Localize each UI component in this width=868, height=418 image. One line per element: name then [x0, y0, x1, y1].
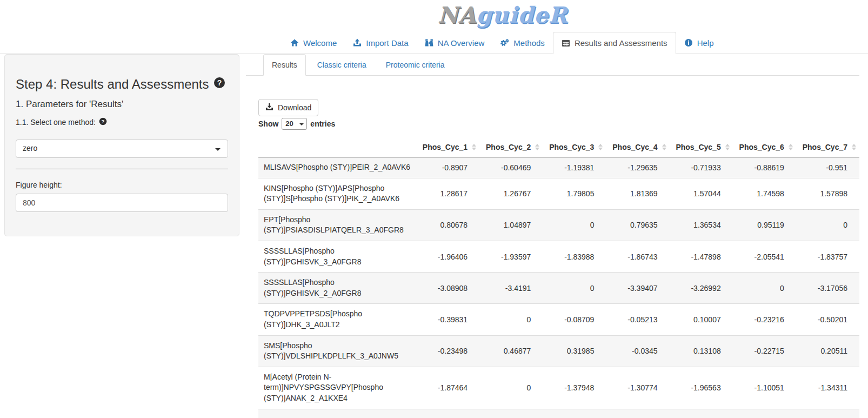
- value-cell: -0.71933: [670, 157, 733, 178]
- nav-label: Methods: [513, 38, 545, 48]
- main-area: Step 4: Results and Assessments ? 1. Par…: [0, 54, 868, 418]
- binoculars-icon: [425, 38, 433, 47]
- subtab-classic-criteria[interactable]: Classic criteria: [309, 54, 375, 75]
- method-label-text: 1.1. Select one method:: [16, 118, 96, 127]
- nav-item-welcome[interactable]: Welcome: [282, 32, 345, 54]
- value-cell: 0: [479, 367, 543, 409]
- content-panel: Results Classic criteria Proteomic crite…: [246, 54, 859, 418]
- nav-item-methods[interactable]: Methods: [492, 32, 553, 54]
- table-row: KINS[Phospho (STY)]APS[Phospho (STY)]S[P…: [258, 178, 859, 209]
- table-header-row: Phos_Cyc_1Phos_Cyc_2Phos_Cyc_3Phos_Cyc_4…: [258, 137, 859, 157]
- table-icon: [562, 39, 570, 48]
- question-circle-icon[interactable]: ?: [99, 117, 107, 127]
- divider: [16, 169, 228, 169]
- column-header-label: Phos_Cyc_7: [803, 143, 847, 151]
- download-icon: [265, 103, 273, 112]
- table-row: SMS[Phospho (STY)]VDLSHIPLKDPLLFK_3_A0JN…: [258, 335, 859, 367]
- value-cell: -1.19381: [543, 157, 606, 178]
- sort-icon: [852, 144, 856, 150]
- column-header-phos_cyc_6[interactable]: Phos_Cyc_6: [733, 137, 796, 157]
- column-header-label: Phos_Cyc_1: [423, 143, 468, 151]
- value-cell: 1.57898: [796, 178, 859, 209]
- row-name-cell: SSSSLLAS[Phospho (STY)]PGHISVK_2_A0FGR8: [258, 273, 416, 304]
- column-header-phos_cyc_1[interactable]: Phos_Cyc_1: [416, 137, 479, 157]
- value-cell: -1.93597: [479, 241, 543, 272]
- question-circle-icon[interactable]: ?: [213, 77, 225, 92]
- column-header-phos_cyc_2[interactable]: Phos_Cyc_2: [479, 137, 543, 157]
- nav-item-help[interactable]: Help: [676, 32, 722, 54]
- value-cell: 0.46877: [479, 335, 543, 367]
- value-cell: -1.30774: [606, 367, 669, 409]
- value-cell: -0.0345: [606, 335, 669, 367]
- value-cell: 0: [733, 273, 796, 304]
- value-cell: -1.10051: [733, 367, 796, 409]
- value-cell: 1.36534: [670, 209, 733, 241]
- app-logo: NAguideR: [438, 2, 567, 28]
- subtab-proteomic-criteria[interactable]: Proteomic criteria: [378, 54, 453, 75]
- table-row: M[Acetyl (Protein N-term)]NPVYSPGSSGVPY[…: [258, 367, 859, 409]
- upload-icon: [353, 38, 362, 47]
- value-cell: -3.17056: [796, 273, 859, 304]
- nav-item-na-overview[interactable]: NA Overview: [417, 32, 493, 54]
- value-cell: 0.13108: [670, 335, 733, 367]
- row-name-cell: SSSSLLAS[Phospho (STY)]PGHISVK_3_A0FGR8: [258, 241, 416, 272]
- column-header-phos_cyc_4[interactable]: Phos_Cyc_4: [606, 137, 669, 157]
- partial-next-row: [258, 409, 859, 418]
- nav-label: Welcome: [303, 38, 337, 48]
- results-tab-body: Download Show 20 entries Phos_Cyc_1Phos_…: [246, 76, 859, 418]
- show-label: Show: [258, 120, 278, 128]
- sort-icon: [789, 144, 793, 150]
- value-cell: 0: [479, 304, 543, 335]
- column-header-label: Phos_Cyc_3: [549, 143, 594, 151]
- subtab-results[interactable]: Results: [263, 54, 306, 76]
- column-header-phos_cyc_5[interactable]: Phos_Cyc_5: [670, 137, 733, 157]
- value-cell: -1.96406: [416, 241, 479, 272]
- value-cell: 0.31985: [543, 335, 606, 367]
- nav-item-results-and-assessments[interactable]: Results and Assessments: [553, 32, 676, 54]
- figure-height-input[interactable]: [16, 194, 228, 212]
- value-cell: -3.26992: [670, 273, 733, 304]
- value-cell: -1.86743: [606, 241, 669, 272]
- row-name-cell: KINS[Phospho (STY)]APS[Phospho (STY)]S[P…: [258, 178, 416, 209]
- column-header-phos_cyc_3[interactable]: Phos_Cyc_3: [543, 137, 606, 157]
- column-header-phos_cyc_7[interactable]: Phos_Cyc_7: [796, 137, 859, 157]
- value-cell: -1.83757: [796, 241, 859, 272]
- svg-text:?: ?: [217, 78, 222, 87]
- value-cell: -1.83988: [543, 241, 606, 272]
- value-cell: 0.10007: [670, 304, 733, 335]
- value-cell: -1.34311: [796, 367, 859, 409]
- value-cell: -1.29635: [606, 157, 669, 178]
- nav-label: Results and Assessments: [575, 38, 667, 48]
- subtab-label: Classic criteria: [317, 61, 366, 69]
- download-button[interactable]: Download: [258, 99, 318, 116]
- table-row: EPT[Phospho (STY)]PSIASDISLPIATQELR_3_A0…: [258, 209, 859, 241]
- entries-select[interactable]: 20: [282, 118, 307, 130]
- value-cell: -3.4191: [479, 273, 543, 304]
- value-cell: -3.08908: [416, 273, 479, 304]
- table-row: SSSSLLAS[Phospho (STY)]PGHISVK_3_A0FGR8-…: [258, 241, 859, 272]
- home-icon: [290, 38, 299, 47]
- parameters-title: 1. Parameters for 'Results': [16, 99, 228, 110]
- sidebar-panel: Step 4: Results and Assessments ? 1. Par…: [4, 54, 239, 236]
- entries-label: entries: [310, 120, 335, 128]
- nav-label: Import Data: [366, 38, 408, 48]
- subtab-label: Results: [272, 61, 297, 69]
- row-name-cell: EPT[Phospho (STY)]PSIASDISLPIATQELR_3_A0…: [258, 209, 416, 241]
- value-cell: 1.79805: [543, 178, 606, 209]
- svg-text:?: ?: [101, 118, 104, 124]
- row-name-column-header: [258, 137, 416, 157]
- column-header-label: Phos_Cyc_2: [486, 143, 531, 151]
- value-cell: -0.23498: [416, 335, 479, 367]
- nav-label: NA Overview: [438, 38, 485, 48]
- download-label: Download: [278, 103, 311, 112]
- method-label: 1.1. Select one method: ?: [16, 117, 228, 127]
- results-subtabs: Results Classic criteria Proteomic crite…: [246, 54, 859, 76]
- value-cell: 1.57044: [670, 178, 733, 209]
- sort-icon: [535, 144, 539, 150]
- value-cell: 0.95119: [733, 209, 796, 241]
- value-cell: 1.81369: [606, 178, 669, 209]
- value-cell: -0.39831: [416, 304, 479, 335]
- method-select[interactable]: zero: [16, 140, 228, 158]
- nav-item-import-data[interactable]: Import Data: [345, 32, 416, 54]
- sort-icon: [598, 144, 603, 150]
